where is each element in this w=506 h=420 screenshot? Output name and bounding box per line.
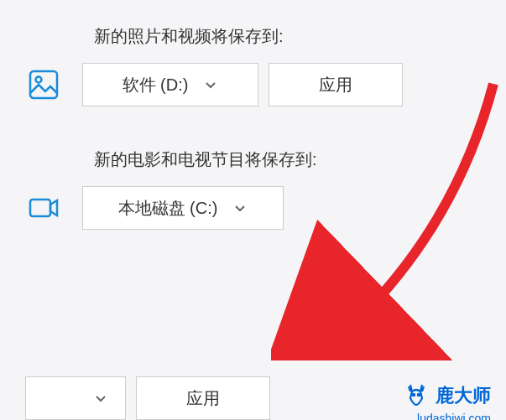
photos-drive-dropdown[interactable]: 软件 (D:) — [82, 63, 258, 106]
bottom-apply-label: 应用 — [186, 387, 220, 410]
bottom-row: 应用 — [25, 376, 270, 420]
photos-label: 新的照片和视频将保存到: — [94, 25, 481, 48]
svg-rect-2 — [30, 200, 50, 216]
photos-drive-value: 软件 (D:) — [123, 74, 189, 96]
svg-point-1 — [36, 77, 42, 83]
video-icon — [25, 189, 62, 226]
deer-icon — [402, 381, 430, 410]
svg-rect-0 — [30, 71, 57, 98]
svg-point-3 — [413, 394, 415, 396]
photos-apply-button[interactable]: 应用 — [269, 63, 403, 106]
movies-label: 新的电影和电视节目将保存到: — [94, 148, 481, 171]
chevron-down-icon — [232, 200, 248, 215]
chevron-down-icon — [203, 77, 218, 92]
photos-section: 新的照片和视频将保存到: 软件 (D:) 应用 — [25, 25, 481, 106]
svg-point-4 — [418, 394, 420, 396]
bottom-apply-button[interactable]: 应用 — [136, 376, 270, 420]
watermark: 鹿大师 — [402, 381, 491, 410]
movies-section: 新的电影和电视节目将保存到: 本地磁盘 (C:) — [25, 148, 481, 230]
chevron-down-icon — [93, 391, 108, 406]
movies-row: 本地磁盘 (C:) — [25, 186, 481, 230]
photos-row: 软件 (D:) 应用 — [25, 63, 481, 106]
watermark-url: ludashiwj.com — [417, 412, 491, 420]
photo-icon — [25, 66, 62, 103]
bottom-dropdown[interactable] — [25, 376, 126, 420]
photos-apply-label: 应用 — [319, 74, 352, 96]
movies-drive-value: 本地磁盘 (C:) — [118, 197, 218, 220]
watermark-brand: 鹿大师 — [436, 383, 491, 408]
movies-drive-dropdown[interactable]: 本地磁盘 (C:) — [82, 186, 284, 230]
